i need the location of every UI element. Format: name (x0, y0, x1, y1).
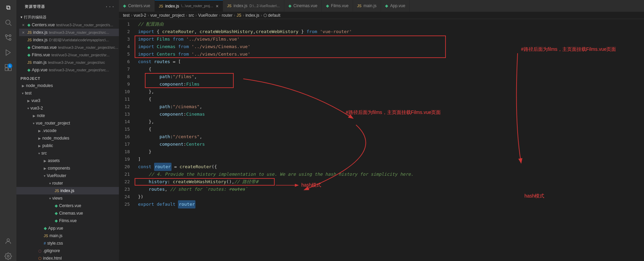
html-icon: ⬡ (38, 256, 42, 261)
tab-main-js[interactable]: JS main.js (353, 0, 381, 12)
open-editors-section[interactable]: ▾打开的编辑器 (16, 13, 119, 21)
tree-vscode[interactable]: ▶ .vscode (16, 127, 119, 134)
vue-films-icon: ◆ (55, 218, 58, 223)
svg-rect-11 (5, 68, 8, 71)
tab-cinemas-vue[interactable]: ◆ Cinemas.vue (284, 0, 322, 12)
tab-index-js-2[interactable]: JS index.js D:\...2-VueRouter\... (223, 0, 284, 12)
tree-vue3[interactable]: ▶ vue3 (16, 97, 119, 104)
js-icon-2: JS (27, 38, 32, 42)
extensions-icon[interactable] (3, 63, 13, 72)
more-icon[interactable]: ··· (105, 3, 115, 10)
code-lines: // 配置路由 import { createRouter, createWeb… (134, 19, 514, 209)
tree-note[interactable]: ▶ note (16, 112, 119, 119)
tree-app-vue[interactable]: ◆ App.vue (16, 224, 119, 232)
tree-router[interactable]: ▾ router (16, 179, 119, 187)
code-line-25: export default router (134, 201, 514, 208)
tree-films-vue[interactable]: ◆ Films.vue (16, 217, 119, 224)
code-line-23: routes, // short for `routes: routes` (134, 186, 514, 193)
tree-vue3-2[interactable]: ▾ vue3-2 (16, 104, 119, 112)
code-line-21: // 4. Provide the history implementation… (134, 171, 514, 178)
tab-js-icon: JS (159, 4, 163, 8)
search-icon[interactable] (3, 18, 13, 27)
code-line-24: }) (134, 193, 514, 201)
code-line-3: import Films from '../views/Films.vue' (134, 35, 514, 43)
tab-films-vue[interactable]: ◆ Films.vue (322, 0, 353, 12)
git-file-icon: ◌ (38, 249, 42, 253)
open-file-index-js[interactable]: ✕ JS index.js test/vue3-2/vue_router_pro… (19, 29, 119, 36)
svg-rect-10 (9, 64, 11, 67)
tree-style-css[interactable]: # style.css (16, 240, 119, 247)
sidebar: 资源管理器 ··· ▾打开的编辑器 ✕ ◆ Centers.vue test/v… (16, 0, 119, 261)
tree-assets[interactable]: ▶ assets (16, 157, 119, 164)
open-file-app-vue[interactable]: ◆ App.vue test/vue3-2/vue_router_project… (19, 66, 119, 74)
css-icon: # (44, 241, 46, 245)
js-file-icon: JS (55, 189, 59, 193)
open-file-cinemas-vue[interactable]: ◆ Cinemas.vue test/vue3-2/vue_router_pro… (19, 44, 119, 51)
vue-cinemas-icon: ◆ (55, 211, 58, 216)
resource-manager-title: 资源管理器 (20, 2, 49, 11)
tree-index-js[interactable]: JS index.js (16, 187, 119, 194)
tree-views[interactable]: ▾ views (16, 194, 119, 202)
settings-icon[interactable] (3, 251, 13, 261)
code-line-5: import Centers from '../views/Centers.vu… (134, 50, 514, 58)
tree-node-modules[interactable]: ▶ node_modules (16, 82, 119, 89)
svg-point-4 (9, 35, 11, 37)
right-panel-arrows (514, 19, 644, 258)
project-section-header[interactable]: PROJECT (16, 75, 119, 82)
annotation-panel: #路径后面为films，主页面挂载Films.vue页面 hash模式 (514, 19, 644, 261)
tab-app-vue[interactable]: ◆ App.vue (381, 0, 410, 12)
breadcrumb: test› vue3-2› vue_router_project› src› V… (119, 12, 644, 19)
code-line-2: import { createRouter, createWebHashHist… (134, 28, 514, 35)
annotation-hash-mode: hash模式 (524, 193, 544, 199)
code-line-9: component:Films (134, 81, 514, 88)
git-icon[interactable] (3, 33, 13, 42)
tree-index-html[interactable]: ⬡ index.html (16, 255, 119, 261)
tree-src[interactable]: ▾ src (16, 149, 119, 157)
svg-point-14 (7, 255, 9, 257)
tree-vuerouter[interactable]: ▾ VueRouter (16, 172, 119, 179)
files-icon[interactable]: ⧉ (3, 3, 13, 12)
main-editor-area: ◆ Centers.vue JS index.js \...\vue_route… (119, 0, 644, 261)
code-line-12: path:"/cinemas", (134, 103, 514, 111)
svg-line-7 (6, 39, 9, 40)
tab-close-icon[interactable]: × (216, 3, 219, 9)
tree-public[interactable]: ▶ public (16, 142, 119, 149)
svg-line-1 (10, 24, 11, 26)
svg-marker-8 (6, 50, 11, 56)
open-files-list: ✕ ◆ Centers.vue test/vue3-2/vue_router_p… (16, 21, 119, 74)
tree-main-js[interactable]: JS main.js (16, 232, 119, 240)
debug-icon[interactable] (3, 48, 13, 57)
file-tree: ▶ node_modules ▾ test ▶ vue3 ▾ vue3-2 ▶ … (16, 82, 119, 261)
tabs-bar: ◆ Centers.vue JS index.js \...\vue_route… (119, 0, 644, 12)
account-icon[interactable] (3, 236, 13, 246)
code-line-1: // 配置路由 (134, 20, 514, 28)
js-icon-3: JS (27, 60, 32, 64)
code-line-4: import Cinemas from '../views/Cinemas.vu… (134, 43, 514, 50)
open-file-films-vue[interactable]: ◆ Films.vue test/vue3-2/vue_router_proje… (19, 51, 119, 59)
tree-gitignore[interactable]: ◌ .gitignore (16, 247, 119, 255)
open-file-main-js[interactable]: JS main.js test/vue3-2/vue_router_projec… (19, 59, 119, 66)
vue-icon: ◆ (27, 23, 30, 27)
tree-vue-router-project[interactable]: ▾ vue_router_project (16, 119, 119, 127)
open-file-centers-vue[interactable]: ✕ ◆ Centers.vue test/vue3-2/vue_router_p… (19, 21, 119, 29)
svg-rect-9 (5, 64, 8, 67)
line-numbers: 1 2 3 4 5 6 7 8 9 10 11 12 13 14 15 16 1… (119, 19, 134, 261)
tab-vue-cinemas-icon: ◆ (288, 3, 291, 8)
svg-rect-12 (9, 68, 11, 71)
tree-centers-vue[interactable]: ◆ Centers.vue (16, 202, 119, 209)
tab-vue-films-icon: ◆ (326, 3, 329, 8)
annotation-text-main: #路径后面为films，主页面挂载Films.vue页面 (521, 46, 616, 53)
tab-centers-vue[interactable]: ◆ Centers.vue (119, 0, 155, 12)
svg-point-0 (6, 20, 10, 25)
tree-node-modules-inner[interactable]: ▶ node_modules (16, 134, 119, 142)
tree-cinemas-vue[interactable]: ◆ Cinemas.vue (16, 209, 119, 217)
code-line-8: path:"/films", (134, 73, 514, 81)
tree-components[interactable]: ▶ components (16, 164, 119, 172)
code-line-20: const router = createRouter({ (134, 163, 514, 171)
activity-bar: ⧉ (0, 0, 16, 261)
editor-code-area[interactable]: // 配置路由 import { createRouter, createWeb… (134, 19, 514, 261)
js-icon: JS (27, 30, 32, 34)
tree-test[interactable]: ▾ test (16, 89, 119, 97)
open-file-index-js-2[interactable]: JS index.js D:\前端\Vue\data\code\myapp\sr… (19, 36, 119, 44)
tab-index-js[interactable]: JS index.js \...\vue_router_project\... … (155, 0, 223, 12)
